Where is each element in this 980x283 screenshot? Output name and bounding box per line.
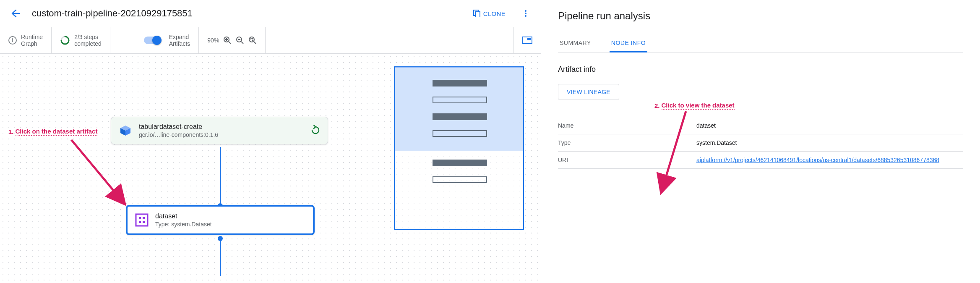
svg-line-7 bbox=[229, 42, 231, 44]
node-step-tabulardataset-create[interactable]: tabulardataset-create gcr.io/…line-compo… bbox=[111, 117, 328, 144]
tab-summary[interactable]: SUMMARY bbox=[558, 34, 593, 52]
tab-node-info[interactable]: NODE INFO bbox=[610, 34, 647, 52]
svg-line-22 bbox=[71, 140, 124, 203]
zoom-out-button[interactable] bbox=[236, 36, 244, 45]
artifact-info-table: Name dataset Type system.Dataset URI aip… bbox=[558, 117, 963, 169]
info-icon: i bbox=[8, 36, 17, 45]
svg-rect-16 bbox=[527, 38, 531, 40]
uri-link[interactable]: aiplatform://v1/projects/462141068491/lo… bbox=[696, 157, 939, 163]
node-title: tabulardataset-create bbox=[139, 123, 304, 131]
zoom-percent: 90% bbox=[207, 37, 219, 44]
clone-button[interactable]: CLONE bbox=[468, 6, 511, 21]
table-row: Name dataset bbox=[558, 117, 963, 134]
pipeline-title: custom-train-pipeline-20210929175851 bbox=[32, 8, 468, 19]
view-lineage-button[interactable]: VIEW LINEAGE bbox=[558, 84, 619, 100]
svg-rect-19 bbox=[143, 217, 145, 219]
node-subtitle: gcr.io/…line-components:0.1.6 bbox=[139, 131, 304, 138]
runtime-graph-label: i Runtime Graph bbox=[0, 27, 52, 53]
panel-title: Pipeline run analysis bbox=[558, 10, 963, 22]
kebab-icon bbox=[522, 10, 529, 17]
zoom-reset-icon bbox=[248, 36, 257, 45]
zoom-reset-button[interactable] bbox=[248, 36, 257, 45]
node-title: dataset bbox=[155, 212, 306, 220]
annotation-1: 1. Click on the dataset artifact bbox=[8, 128, 97, 136]
back-button[interactable] bbox=[7, 5, 23, 22]
zoom-in-button[interactable] bbox=[223, 36, 232, 45]
svg-rect-17 bbox=[136, 214, 148, 226]
svg-point-3 bbox=[525, 13, 526, 14]
edge-line bbox=[220, 238, 221, 276]
node-subtitle: Type: system.Dataset bbox=[155, 221, 306, 228]
retry-icon bbox=[310, 125, 321, 137]
svg-rect-18 bbox=[139, 217, 141, 219]
minimap-toggle-button[interactable] bbox=[513, 27, 541, 53]
arrow-back-icon bbox=[10, 8, 20, 18]
annotation-2: 2. Click to view the dataset bbox=[654, 102, 735, 110]
expand-artifacts-toggle[interactable] bbox=[144, 37, 161, 44]
edge-line bbox=[220, 147, 221, 209]
zoom-in-icon bbox=[223, 36, 232, 45]
zoom-controls: 90% bbox=[199, 27, 266, 53]
minimap[interactable] bbox=[394, 66, 524, 230]
clone-label: CLONE bbox=[483, 10, 506, 17]
table-row: Type system.Dataset bbox=[558, 134, 963, 152]
pipeline-canvas[interactable]: tabulardataset-create gcr.io/…line-compo… bbox=[0, 54, 541, 283]
table-row: URI aiplatform://v1/projects/46214106849… bbox=[558, 152, 963, 169]
section-heading: Artifact info bbox=[558, 65, 963, 74]
svg-rect-21 bbox=[143, 221, 145, 223]
steps-status: 2/3 steps completed bbox=[52, 27, 110, 53]
svg-point-4 bbox=[525, 15, 526, 17]
copy-icon bbox=[473, 10, 481, 17]
progress-icon bbox=[60, 35, 70, 45]
svg-line-11 bbox=[241, 42, 243, 44]
svg-point-2 bbox=[525, 10, 526, 12]
annotation-arrow-2 bbox=[652, 109, 703, 202]
row-value: dataset bbox=[696, 117, 963, 134]
svg-line-23 bbox=[662, 111, 686, 191]
svg-rect-20 bbox=[139, 221, 141, 223]
zoom-out-icon bbox=[236, 36, 244, 45]
svg-point-13 bbox=[249, 37, 254, 42]
annotation-arrow-1 bbox=[63, 136, 138, 211]
node-artifact-dataset[interactable]: dataset Type: system.Dataset bbox=[126, 205, 315, 235]
svg-line-14 bbox=[254, 42, 256, 44]
row-value: system.Dataset bbox=[696, 134, 963, 152]
dataset-icon bbox=[134, 212, 149, 228]
svg-rect-1 bbox=[475, 12, 480, 17]
minimap-icon bbox=[522, 37, 532, 44]
overflow-menu-button[interactable] bbox=[517, 5, 534, 22]
expand-artifacts-cell: Expand Artifacts bbox=[110, 27, 199, 53]
